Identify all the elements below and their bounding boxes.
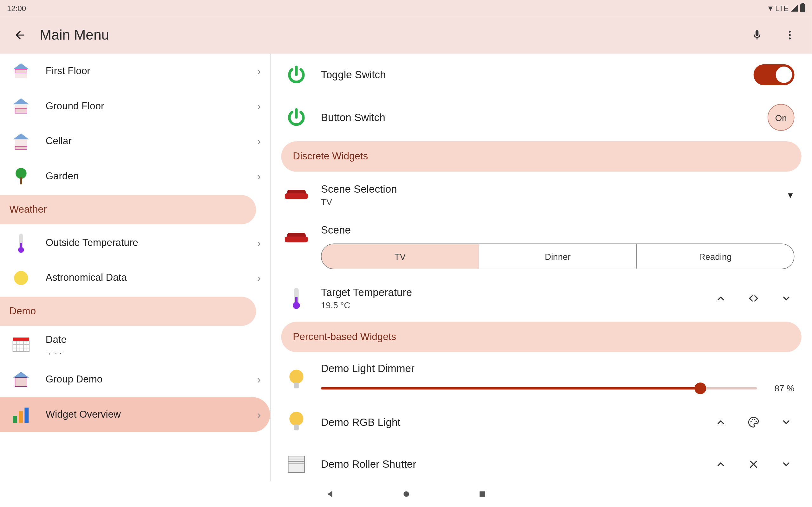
sidebar: First Floor › Ground Floor › Cellar › <box>0 54 270 481</box>
shutter-up-button[interactable] <box>713 456 729 472</box>
svg-rect-4 <box>15 69 27 73</box>
sidebar-item-astronomical-data[interactable]: Astronomical Data › <box>0 261 270 296</box>
toggle-switch-row: Toggle Switch <box>281 54 801 96</box>
palette-icon <box>748 416 759 428</box>
svg-rect-37 <box>295 297 298 305</box>
svg-point-2 <box>789 38 791 39</box>
chevron-right-icon: › <box>257 272 261 284</box>
house-icon <box>9 60 33 83</box>
chevron-right-icon: › <box>257 100 261 112</box>
svg-marker-3 <box>13 63 29 69</box>
svg-rect-18 <box>13 337 30 341</box>
temperature-select-button[interactable] <box>745 290 762 307</box>
svg-marker-9 <box>13 133 29 139</box>
more-vert-icon <box>784 29 796 41</box>
sidebar-item-label: Garden <box>46 170 257 182</box>
code-icon <box>748 293 759 303</box>
temperature-up-button[interactable] <box>713 290 729 307</box>
svg-marker-26 <box>13 372 29 378</box>
sidebar-item-outside-temperature[interactable]: Outside Temperature › <box>0 225 270 261</box>
sidebar-item-first-floor[interactable]: First Floor › <box>0 54 270 89</box>
sofa-icon <box>284 225 309 251</box>
sidebar-item-cellar[interactable]: Cellar › <box>0 124 270 159</box>
scene-segmented: TV Dinner Reading <box>321 244 795 269</box>
rgb-down-button[interactable] <box>778 414 795 431</box>
tree-icon <box>9 165 33 188</box>
button-switch-label: Button Switch <box>321 111 386 124</box>
sidebar-item-widget-overview[interactable]: Widget Overview › <box>0 397 270 432</box>
scene-option-tv[interactable]: TV <box>322 244 479 268</box>
nav-recent-button[interactable] <box>476 488 488 500</box>
signal-icon <box>791 5 798 12</box>
dimmer-row: Demo Light Dimmer 87 % <box>281 354 801 401</box>
rgb-light-label: Demo RGB Light <box>321 416 401 429</box>
button-switch-row: Button Switch On <box>281 96 801 139</box>
sidebar-item-date[interactable]: Date -, -.-.- <box>0 327 270 362</box>
rgb-light-row: Demo RGB Light <box>281 401 801 443</box>
dimmer-slider[interactable] <box>321 387 757 389</box>
triangle-left-icon <box>325 489 335 498</box>
roller-shutter-icon <box>284 452 309 477</box>
svg-rect-34 <box>285 236 308 242</box>
svg-rect-41 <box>294 425 299 430</box>
on-button[interactable]: On <box>768 104 795 131</box>
page-title: Main Menu <box>40 27 109 43</box>
chevron-right-icon: › <box>257 135 261 148</box>
chevron-down-icon <box>781 293 792 303</box>
svg-point-12 <box>15 168 26 179</box>
rgb-up-button[interactable] <box>713 414 729 431</box>
sidebar-item-group-demo[interactable]: Group Demo › <box>0 362 270 397</box>
voice-button[interactable] <box>749 27 765 43</box>
content-pane: Toggle Switch Button Switch On Discrete … <box>270 54 812 481</box>
power-icon <box>284 62 309 88</box>
scene-selection-row[interactable]: Scene Selection TV ▼ <box>281 174 801 216</box>
svg-rect-8 <box>15 108 27 113</box>
app-bar: Main Menu <box>0 16 812 54</box>
shutter-down-button[interactable] <box>778 456 795 472</box>
target-temperature-value: 19.5 °C <box>321 300 412 310</box>
svg-rect-46 <box>288 456 305 472</box>
overflow-menu-button[interactable] <box>781 27 798 43</box>
scene-option-reading[interactable]: Reading <box>637 244 794 268</box>
sidebar-item-ground-floor[interactable]: Ground Floor › <box>0 89 270 124</box>
sidebar-item-label: Cellar <box>46 135 257 147</box>
roller-shutter-label: Demo Roller Shutter <box>321 458 416 470</box>
rgb-color-button[interactable] <box>745 414 762 431</box>
sidebar-item-sublabel: -, -.-.- <box>46 347 261 355</box>
scene-option-dinner[interactable]: Dinner <box>479 244 637 268</box>
nav-home-button[interactable] <box>400 488 412 500</box>
lightbulb-icon <box>284 409 309 435</box>
lightbulb-icon <box>284 367 309 393</box>
wifi-icon: ▾ <box>768 3 773 13</box>
sidebar-item-label: Outside Temperature <box>46 237 257 249</box>
svg-rect-10 <box>15 139 27 147</box>
sidebar-item-garden[interactable]: Garden › <box>0 159 270 194</box>
sofa-icon <box>284 182 309 208</box>
temperature-down-button[interactable] <box>778 290 795 307</box>
battery-icon <box>800 4 805 12</box>
svg-point-1 <box>789 34 791 36</box>
svg-rect-28 <box>13 416 17 423</box>
chevron-right-icon: › <box>257 65 261 77</box>
svg-rect-27 <box>15 378 27 387</box>
chevron-up-icon <box>716 459 726 469</box>
svg-point-17 <box>14 271 28 285</box>
status-time: 12:00 <box>7 4 26 13</box>
toggle-switch[interactable] <box>754 64 795 85</box>
shutter-stop-button[interactable] <box>745 456 762 472</box>
svg-rect-5 <box>15 73 27 78</box>
status-bar: 12:00 ▾ LTE <box>0 0 812 16</box>
svg-point-38 <box>289 370 303 384</box>
svg-rect-13 <box>20 177 22 184</box>
arrow-left-icon <box>13 29 26 42</box>
toggle-switch-label: Toggle Switch <box>321 69 386 81</box>
chevron-right-icon: › <box>257 408 261 421</box>
svg-point-50 <box>403 492 409 497</box>
back-button[interactable] <box>9 24 30 45</box>
section-percent-widgets: Percent-based Widgets <box>281 322 801 352</box>
nav-back-button[interactable] <box>324 488 336 500</box>
svg-point-0 <box>789 31 791 33</box>
chevron-up-icon <box>716 417 726 428</box>
sidebar-section-demo: Demo <box>0 297 256 326</box>
svg-rect-29 <box>19 411 23 423</box>
